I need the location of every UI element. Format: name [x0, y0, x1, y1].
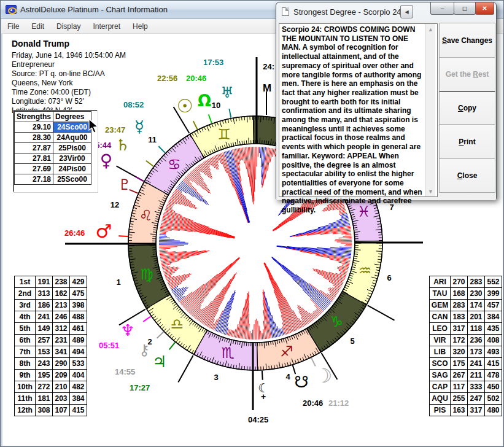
cell-value: 398: [70, 300, 87, 311]
cell-value: 384: [485, 311, 502, 323]
save-changes-button[interactable]: Save Changes: [439, 23, 495, 58]
cell-value: 450: [485, 381, 502, 393]
strengths-row[interactable]: 27.8725Pis00: [15, 143, 91, 154]
cell-value: 163: [451, 405, 468, 416]
cell-value: 257: [36, 335, 53, 346]
cell-value: 162: [53, 288, 70, 300]
sign-row: CAP117333450: [430, 381, 502, 393]
menu-item-interpret[interactable]: Interpret: [87, 20, 126, 33]
print-button[interactable]: Print: [439, 124, 495, 159]
row-label: LIB: [430, 346, 451, 358]
degree-value[interactable]: 23Vir00: [53, 154, 91, 164]
cell-value: 117: [451, 381, 468, 393]
houses-table: 1st1912384292nd3131624753rd1862133984th2…: [14, 276, 87, 416]
minimize-button[interactable]: –: [430, 2, 454, 15]
cell-value: 209: [53, 370, 70, 381]
cell-value: 203: [53, 393, 70, 405]
sign-row: AQU255247502: [430, 393, 502, 405]
sign-row: SCO175241415: [430, 358, 502, 370]
cell-value: 493: [485, 346, 502, 358]
cell-value: 267: [451, 370, 468, 381]
row-label: SCO: [430, 358, 451, 370]
interpretation-panel: Scorpio 24: CROWDS COMING DOWN THE MOUNT…: [279, 23, 438, 197]
maximize-button[interactable]: ◻: [454, 2, 476, 15]
cell-value: 482: [70, 381, 87, 393]
strengths-row[interactable]: 27.1825Sco00: [15, 174, 91, 185]
house-row: 6th257231489: [15, 335, 87, 346]
strengths-row[interactable]: 27.6924Pis00: [15, 164, 91, 174]
degree-value[interactable]: 25Pis00: [53, 143, 91, 154]
cell-value: 478: [485, 370, 502, 381]
chart-info-line: Friday, June 14, 1946 10:54:00 AM: [12, 51, 126, 60]
house-row: 5th149312461: [15, 323, 87, 335]
close-button[interactable]: ✕: [475, 2, 494, 15]
cell-value: 211: [468, 370, 485, 381]
scroll-up-icon[interactable]: ▲: [425, 24, 436, 34]
scroll-down-icon[interactable]: ▼: [425, 186, 436, 196]
rollup-arrow-button[interactable]: ◀: [400, 5, 413, 18]
strengths-row[interactable]: 29.1024Sco00: [15, 122, 91, 133]
app-icon: [6, 5, 17, 14]
document-icon: [282, 7, 289, 16]
cell-value: 201: [468, 311, 485, 323]
copy-button[interactable]: Copy: [439, 91, 495, 125]
cell-value: 230: [468, 288, 485, 300]
cell-value: 384: [70, 393, 87, 405]
cell-value: 415: [70, 405, 87, 416]
button-label: Close: [457, 171, 478, 180]
dialog-body: Scorpio 24: CROWDS COMING DOWN THE MOUNT…: [276, 21, 496, 200]
house-row: 4th241246488: [15, 311, 87, 323]
dialog-window-buttons: –◻✕: [431, 2, 494, 15]
strengths-listbox[interactable]: StrengthsDegrees29.1024Sco0028.3024Aqu00…: [13, 110, 98, 192]
house-row: 8th243290533: [15, 358, 87, 370]
chart-name: Donald Trump: [12, 39, 126, 49]
cell-value: 317: [451, 323, 468, 335]
menu-item-help[interactable]: Help: [126, 20, 154, 33]
cell-value: 231: [53, 335, 70, 346]
sign-row: ARI270283552: [430, 276, 502, 288]
cell-value: 404: [70, 370, 87, 381]
strengths-row[interactable]: 28.3024Aqu00: [15, 133, 91, 143]
cell-value: 210: [53, 381, 70, 393]
strength-value: 27.18: [15, 174, 53, 185]
cell-value: 457: [485, 300, 502, 311]
row-label: 7th: [15, 346, 36, 358]
cell-value: 107: [53, 405, 70, 416]
degree-value[interactable]: 24Pis00: [53, 164, 91, 174]
degree-value[interactable]: 25Sco00: [53, 174, 91, 185]
row-label: LEO: [430, 323, 451, 335]
row-label: ARI: [430, 276, 451, 288]
menu-item-display[interactable]: Display: [50, 20, 87, 33]
signs-table: ARI270283552TAU168230399GEM283174457CAN1…: [429, 276, 502, 416]
row-label: 9th: [15, 370, 36, 381]
row-label: GEM: [430, 300, 451, 311]
cell-value: 312: [53, 323, 70, 335]
row-label: CAN: [430, 311, 451, 323]
strengths-row[interactable]: 27.8123Vir00: [15, 154, 91, 164]
cell-value: 186: [36, 300, 53, 311]
menu-item-file[interactable]: File: [1, 20, 25, 33]
degree-value[interactable]: 24Aqu00: [53, 133, 91, 143]
house-row: 10th272210482: [15, 381, 87, 393]
cell-value: 283: [468, 276, 485, 288]
sign-row: CAN183201384: [430, 311, 502, 323]
degree-value[interactable]: 24Sco00: [53, 122, 91, 133]
menu-item-edit[interactable]: Edit: [25, 20, 50, 33]
column-header: Strengths: [15, 112, 53, 122]
row-label: 6th: [15, 335, 36, 346]
row-label: PIS: [430, 405, 451, 416]
cell-value: 247: [468, 393, 485, 405]
close-button[interactable]: Close: [439, 158, 495, 193]
cell-value: 533: [70, 358, 87, 370]
sign-row: LIB320173493: [430, 346, 502, 358]
cell-value: 502: [485, 393, 502, 405]
button-label: Save Changes: [442, 36, 492, 45]
cell-value: 172: [451, 335, 468, 346]
cell-value: 238: [53, 276, 70, 288]
cell-value: 270: [451, 276, 468, 288]
strength-value: 27.87: [15, 143, 53, 154]
strength-value: 27.69: [15, 164, 53, 174]
scrollbar[interactable]: ▲ ▼: [425, 24, 435, 196]
cell-value: 213: [53, 300, 70, 311]
chart-info-line: Source: PT q. on-line BC/AA: [12, 69, 126, 79]
